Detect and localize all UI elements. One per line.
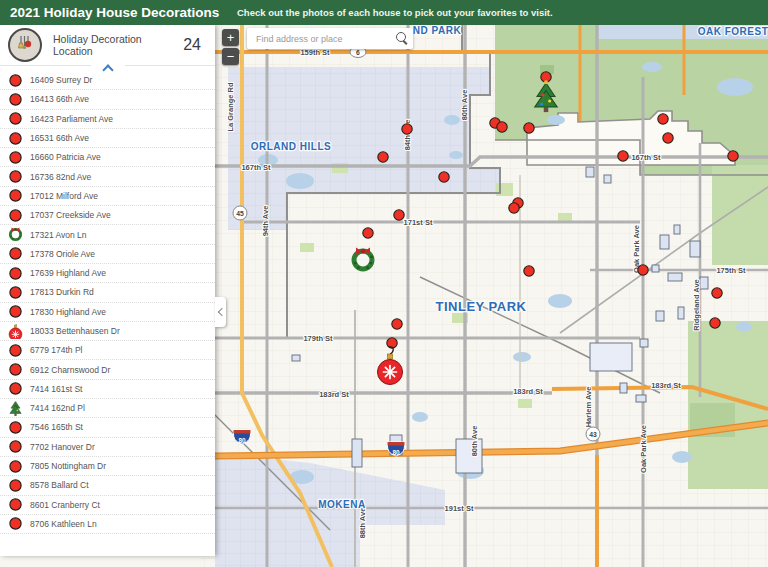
dot-icon — [0, 439, 30, 454]
search-button[interactable] — [391, 28, 413, 49]
zoom-out-button[interactable]: − — [222, 48, 239, 65]
list-item[interactable]: 17813 Durkin Rd — [0, 283, 215, 302]
city-label: ND PARK — [413, 25, 462, 36]
list-item[interactable]: 16736 82nd Ave — [0, 167, 215, 186]
list-item[interactable]: 7702 Hanover Dr — [0, 438, 215, 457]
list-item[interactable]: 7414 162nd Pl — [0, 399, 215, 418]
dot-icon — [0, 169, 30, 184]
list-item-label: 16423 Parliament Ave — [30, 114, 113, 124]
panel-header: Holiday Decoration Location 24 — [0, 25, 215, 66]
route-shield-43: 43 — [586, 427, 600, 441]
list-item[interactable]: 7805 Nottingham Dr — [0, 457, 215, 476]
list-item[interactable]: 16413 66th Ave — [0, 90, 215, 109]
svg-text:43: 43 — [589, 431, 597, 438]
search-input[interactable] — [254, 33, 391, 45]
dot-marker[interactable] — [712, 288, 722, 298]
list-item[interactable]: 16660 Patricia Ave — [0, 148, 215, 167]
dot-icon — [0, 188, 30, 203]
svg-text:80: 80 — [392, 449, 400, 456]
dot-marker[interactable] — [663, 133, 673, 143]
list-item[interactable]: 8706 Kathleen Ln — [0, 515, 215, 534]
dot-marker[interactable] — [439, 172, 449, 182]
app-header: 2021 Holiday House Decorations Check out… — [0, 0, 768, 25]
holiday-layer-icon — [8, 28, 42, 62]
list-item[interactable]: 16423 Parliament Ave — [0, 110, 215, 129]
dot-marker[interactable] — [658, 114, 668, 124]
location-list: 16409 Surrey Dr16413 66th Ave16423 Parli… — [0, 66, 215, 556]
street-label: 171st St — [404, 218, 433, 227]
zoom-controls: + − — [222, 29, 239, 65]
street-label: 94th Ave — [261, 206, 270, 237]
app-window: 159th St167th St167th St171st St175th St… — [0, 0, 768, 567]
list-item[interactable]: 17037 Creekside Ave — [0, 206, 215, 225]
dot-marker[interactable] — [524, 266, 534, 276]
dot-marker[interactable] — [638, 265, 648, 275]
svg-text:45: 45 — [236, 210, 244, 217]
dot-icon — [0, 497, 30, 512]
list-item[interactable]: 18033 Bettenhausen Dr — [0, 322, 215, 341]
list-item-label: 17012 Milford Ave — [30, 191, 98, 201]
tree-icon — [0, 401, 30, 416]
city-label: OAK FOREST — [698, 26, 768, 37]
dot-icon — [0, 420, 30, 435]
page-subtitle: Check out the photos of each house to pi… — [237, 7, 553, 18]
dot-marker[interactable] — [402, 124, 412, 134]
dot-marker[interactable] — [524, 123, 534, 133]
dot-marker[interactable] — [378, 152, 388, 162]
dot-icon — [0, 92, 30, 107]
list-item-label: 7546 165th St — [30, 422, 83, 432]
street-label: 179th St — [303, 334, 333, 343]
list-item[interactable]: 17321 Avon Ln — [0, 225, 215, 244]
street-label: 183rd St — [513, 387, 543, 396]
list-item[interactable]: 7414 161st St — [0, 380, 215, 399]
dot-icon — [0, 516, 30, 531]
dot-icon — [0, 304, 30, 319]
list-item[interactable]: 16531 66th Ave — [0, 129, 215, 148]
list-item-label: 8601 Cranberry Ct — [30, 500, 100, 510]
list-item-label: 8578 Ballard Ct — [30, 480, 89, 490]
dot-icon — [0, 266, 30, 281]
location-count: 24 — [183, 36, 201, 54]
dot-marker[interactable] — [392, 319, 402, 329]
route-shield-45: 45 — [233, 206, 247, 220]
dot-icon — [0, 208, 30, 223]
dot-marker[interactable] — [497, 122, 507, 132]
dot-icon — [0, 459, 30, 474]
street-label: 88th Ave — [358, 508, 367, 539]
dot-icon — [0, 73, 30, 88]
list-item[interactable]: 17830 Highland Ave — [0, 303, 215, 322]
panel-collapse-handle[interactable] — [215, 297, 226, 327]
list-item-label: 7414 161st St — [30, 384, 82, 394]
list-item[interactable]: 8601 Cranberry Ct — [0, 496, 215, 515]
list-item-label: 16413 66th Ave — [30, 94, 89, 104]
dot-marker[interactable] — [394, 210, 404, 220]
list-item[interactable]: 6912 Charnswood Dr — [0, 360, 215, 379]
wreath-icon — [0, 227, 30, 242]
list-item[interactable]: 8578 Ballard Ct — [0, 476, 215, 495]
panel-collapse-tab[interactable] — [91, 64, 125, 73]
dot-marker[interactable] — [363, 228, 373, 238]
search-box — [247, 28, 413, 49]
city-label: ORLAND HILLS — [251, 141, 331, 152]
dot-marker[interactable] — [509, 203, 519, 213]
street-label: La Grange Rd — [226, 82, 235, 132]
list-item[interactable]: 17012 Milford Ave — [0, 187, 215, 206]
zoom-in-button[interactable]: + — [222, 29, 239, 46]
list-item-label: 16736 82nd Ave — [30, 172, 91, 182]
dot-marker[interactable] — [710, 318, 720, 328]
list-item-label: 8706 Kathleen Ln — [30, 519, 97, 529]
list-item-label: 16409 Surrey Dr — [30, 75, 92, 85]
dot-marker[interactable] — [618, 151, 628, 161]
dot-marker[interactable] — [728, 151, 738, 161]
list-item[interactable]: 17378 Oriole Ave — [0, 245, 215, 264]
list-item-label: 17813 Durkin Rd — [30, 287, 94, 297]
dot-icon — [0, 478, 30, 493]
dot-icon — [0, 246, 30, 261]
street-label: 167th St — [241, 163, 271, 172]
locations-panel: Holiday Decoration Location 24 16409 Sur… — [0, 25, 215, 556]
list-item[interactable]: 17639 Highland Ave — [0, 264, 215, 283]
list-item-label: 17830 Highland Ave — [30, 307, 106, 317]
list-item[interactable]: 6779 174th Pl — [0, 341, 215, 360]
dot-icon — [0, 381, 30, 396]
list-item[interactable]: 7546 165th St — [0, 418, 215, 437]
